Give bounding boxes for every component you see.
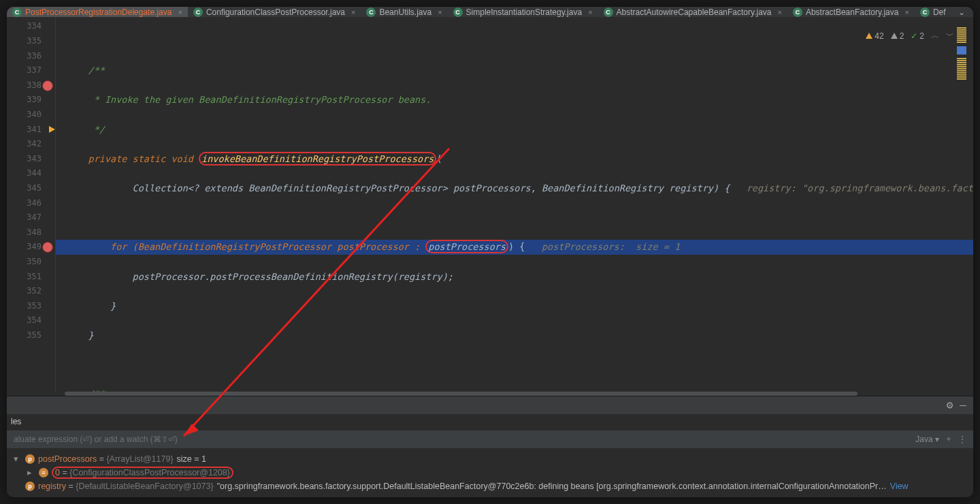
variable-icon: p (25, 482, 35, 491)
variables-tab[interactable]: les (7, 414, 973, 430)
close-icon[interactable]: × (438, 8, 442, 16)
variable-row[interactable]: ▸≡0 = {ConfigurationClassPostProcessor@1… (14, 466, 966, 479)
more-icon[interactable]: ⋮ (972, 7, 973, 17)
view-link[interactable]: View (890, 482, 909, 491)
line-number-gutter: 3343353363373383393403413423433443453463… (7, 17, 56, 392)
tab-file-5[interactable]: CAbstractBeanFactory.java× (787, 7, 915, 17)
highlighted-variable: postProcessors (425, 240, 508, 253)
next-highlight-icon[interactable]: ﹀ (946, 30, 954, 42)
variables-tree[interactable]: ▾ppostProcessors = {ArrayList@1179} size… (7, 448, 973, 497)
evaluate-expression-input[interactable]: aluate expression (⏎) or add a watch (⌘⇧… (7, 430, 973, 448)
tab-file-0[interactable]: CPostProcessorRegistrationDelegate.java× (7, 7, 188, 17)
prev-highlight-icon[interactable]: ︿ (931, 30, 939, 42)
close-icon[interactable]: × (777, 8, 781, 16)
add-watch-icon[interactable]: ＋ (945, 433, 953, 445)
code-area[interactable]: /** * Invoke the given BeanDefinitionReg… (56, 17, 973, 392)
gear-icon[interactable]: ⚙ (947, 398, 953, 411)
variable-icon: ≡ (39, 468, 48, 477)
highlighted-method-name: invokeBeanDefinitionRegistryPostProcesso… (199, 152, 436, 166)
java-class-icon: C (604, 7, 613, 17)
chevron-down-icon[interactable]: ⌄ (958, 7, 965, 17)
inline-hint: postProcessors: size = 1 (542, 241, 680, 252)
tab-file-2[interactable]: CBeanUtils.java× (361, 7, 447, 17)
variable-icon: p (25, 454, 35, 464)
tab-file-6[interactable]: CDef (915, 7, 951, 17)
close-icon[interactable]: × (904, 8, 909, 16)
minimize-icon[interactable]: — (960, 398, 966, 411)
tab-file-1[interactable]: CConfigurationClassPostProcessor.java× (188, 7, 361, 17)
tab-file-4[interactable]: CAbstractAutowireCapableBeanFactory.java… (598, 7, 787, 17)
weak-warning-badge[interactable]: 2 (891, 31, 904, 41)
inspection-status: 42 2 ✓2 ︿ ﹀ (866, 30, 954, 42)
close-icon[interactable]: × (351, 8, 355, 16)
debug-panel: ⚙ — les aluate expression (⏎) or add a w… (7, 396, 973, 497)
variable-row[interactable]: pregistry = {DefaultListableBeanFactory@… (14, 479, 966, 493)
more-icon[interactable]: ⋮ (958, 435, 966, 444)
tab-file-3[interactable]: CSimpleInstantiationStrategy.java× (448, 7, 598, 17)
lang-select[interactable]: Java ▾ (915, 435, 939, 444)
java-class-icon: C (453, 7, 463, 17)
error-stripe[interactable] (957, 27, 966, 337)
close-icon[interactable]: × (588, 8, 592, 16)
java-class-icon: C (793, 7, 802, 17)
warning-badge[interactable]: 42 (866, 31, 883, 41)
inline-hint: registry: "org.springframework.beans.fac… (747, 183, 973, 193)
variable-row[interactable]: ▾ppostProcessors = {ArrayList@1179} size… (14, 452, 966, 466)
java-class-icon: C (12, 7, 22, 17)
java-class-icon: C (366, 7, 376, 17)
editor-tabbar: CPostProcessorRegistrationDelegate.java×… (7, 7, 973, 17)
close-icon[interactable]: × (178, 8, 182, 16)
java-class-icon: C (920, 7, 930, 17)
java-class-icon: C (193, 7, 203, 17)
ok-badge[interactable]: ✓2 (911, 31, 924, 41)
code-editor[interactable]: 3343353363373383393403413423433443453463… (7, 17, 973, 392)
